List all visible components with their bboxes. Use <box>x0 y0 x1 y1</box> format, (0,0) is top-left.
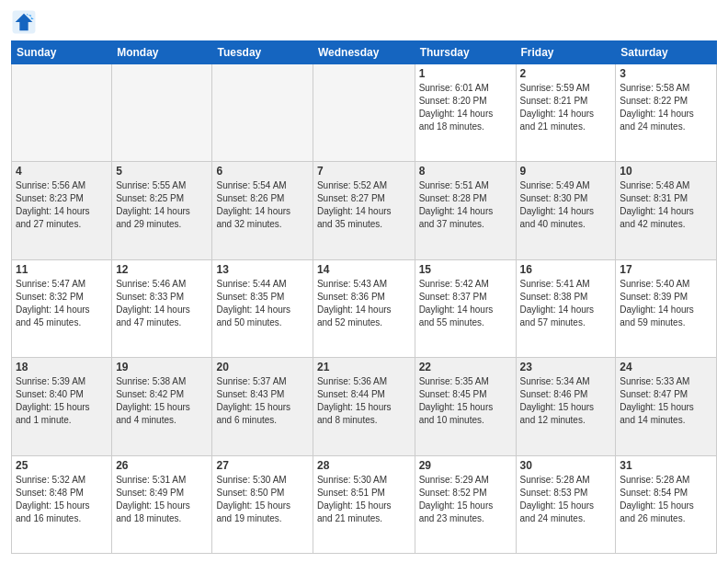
day-number: 1 <box>419 67 512 80</box>
day-number: 2 <box>520 67 612 80</box>
day-info: Sunrise: 5:32 AMSunset: 8:48 PMDaylight:… <box>16 474 108 525</box>
day-info: Sunrise: 5:36 AMSunset: 8:44 PMDaylight:… <box>317 375 411 427</box>
day-info: Sunrise: 5:58 AMSunset: 8:22 PMDaylight:… <box>620 82 712 133</box>
day-cell: 24Sunrise: 5:33 AMSunset: 8:47 PMDayligh… <box>616 358 717 455</box>
day-info: Sunrise: 5:46 AMSunset: 8:33 PMDaylight:… <box>116 278 208 329</box>
day-cell: 5Sunrise: 5:55 AMSunset: 8:25 PMDaylight… <box>112 162 212 259</box>
day-number: 8 <box>419 165 512 178</box>
day-info: Sunrise: 5:51 AMSunset: 8:28 PMDaylight:… <box>419 179 512 231</box>
day-number: 6 <box>216 165 308 178</box>
day-info: Sunrise: 5:42 AMSunset: 8:37 PMDaylight:… <box>419 278 512 329</box>
day-number: 21 <box>317 361 411 373</box>
day-cell: 17Sunrise: 5:40 AMSunset: 8:39 PMDayligh… <box>616 259 717 357</box>
day-info: Sunrise: 5:54 AMSunset: 8:26 PMDaylight:… <box>216 179 308 231</box>
day-number: 12 <box>116 263 208 276</box>
header-row: SundayMondayTuesdayWednesdayThursdayFrid… <box>12 41 717 64</box>
day-header-friday: Friday <box>516 41 616 64</box>
day-info: Sunrise: 5:28 AMSunset: 8:53 PMDaylight:… <box>520 474 612 525</box>
day-number: 3 <box>620 67 712 80</box>
day-number: 27 <box>216 459 308 472</box>
day-number: 28 <box>317 459 411 472</box>
day-cell: 12Sunrise: 5:46 AMSunset: 8:33 PMDayligh… <box>112 259 212 357</box>
day-number: 29 <box>419 459 512 472</box>
day-cell: 19Sunrise: 5:38 AMSunset: 8:42 PMDayligh… <box>112 358 212 455</box>
day-info: Sunrise: 5:41 AMSunset: 8:38 PMDaylight:… <box>520 278 612 329</box>
day-cell <box>313 64 415 162</box>
day-cell: 22Sunrise: 5:35 AMSunset: 8:45 PMDayligh… <box>415 358 516 455</box>
day-cell: 7Sunrise: 5:52 AMSunset: 8:27 PMDaylight… <box>313 162 415 259</box>
day-number: 20 <box>216 361 308 373</box>
day-number: 30 <box>520 459 612 472</box>
day-cell: 13Sunrise: 5:44 AMSunset: 8:35 PMDayligh… <box>212 259 313 357</box>
day-number: 19 <box>116 361 208 373</box>
day-header-thursday: Thursday <box>415 41 516 64</box>
day-cell: 28Sunrise: 5:30 AMSunset: 8:51 PMDayligh… <box>313 455 415 553</box>
day-cell: 3Sunrise: 5:58 AMSunset: 8:22 PMDaylight… <box>616 64 717 162</box>
day-info: Sunrise: 5:52 AMSunset: 8:27 PMDaylight:… <box>317 179 411 231</box>
day-cell: 4Sunrise: 5:56 AMSunset: 8:23 PMDaylight… <box>12 162 112 259</box>
day-cell: 31Sunrise: 5:28 AMSunset: 8:54 PMDayligh… <box>616 455 717 553</box>
day-cell: 2Sunrise: 5:59 AMSunset: 8:21 PMDaylight… <box>516 64 616 162</box>
day-cell: 1Sunrise: 6:01 AMSunset: 8:20 PMDaylight… <box>415 64 516 162</box>
day-number: 24 <box>620 361 712 373</box>
day-cell: 30Sunrise: 5:28 AMSunset: 8:53 PMDayligh… <box>516 455 616 553</box>
calendar-table: SundayMondayTuesdayWednesdayThursdayFrid… <box>11 40 717 554</box>
day-cell: 11Sunrise: 5:47 AMSunset: 8:32 PMDayligh… <box>12 259 112 357</box>
header <box>11 9 717 35</box>
day-cell <box>112 64 212 162</box>
day-cell <box>212 64 313 162</box>
day-number: 31 <box>620 459 712 472</box>
day-number: 23 <box>520 361 612 373</box>
day-info: Sunrise: 5:43 AMSunset: 8:36 PMDaylight:… <box>317 278 411 329</box>
week-row-2: 11Sunrise: 5:47 AMSunset: 8:32 PMDayligh… <box>12 259 717 357</box>
day-number: 5 <box>116 165 208 178</box>
day-cell: 14Sunrise: 5:43 AMSunset: 8:36 PMDayligh… <box>313 259 415 357</box>
day-cell: 8Sunrise: 5:51 AMSunset: 8:28 PMDaylight… <box>415 162 516 259</box>
day-number: 26 <box>116 459 208 472</box>
day-info: Sunrise: 5:49 AMSunset: 8:30 PMDaylight:… <box>520 179 612 231</box>
day-info: Sunrise: 5:44 AMSunset: 8:35 PMDaylight:… <box>216 278 308 329</box>
day-info: Sunrise: 5:30 AMSunset: 8:50 PMDaylight:… <box>216 474 308 525</box>
day-number: 25 <box>16 459 108 472</box>
day-number: 13 <box>216 263 308 276</box>
day-cell: 10Sunrise: 5:48 AMSunset: 8:31 PMDayligh… <box>616 162 717 259</box>
day-number: 7 <box>317 165 411 178</box>
day-number: 14 <box>317 263 411 276</box>
day-info: Sunrise: 6:01 AMSunset: 8:20 PMDaylight:… <box>419 82 512 133</box>
day-cell: 15Sunrise: 5:42 AMSunset: 8:37 PMDayligh… <box>415 259 516 357</box>
day-cell: 16Sunrise: 5:41 AMSunset: 8:38 PMDayligh… <box>516 259 616 357</box>
logo <box>11 9 40 35</box>
day-info: Sunrise: 5:33 AMSunset: 8:47 PMDaylight:… <box>620 375 712 427</box>
week-row-1: 4Sunrise: 5:56 AMSunset: 8:23 PMDaylight… <box>12 162 717 259</box>
day-number: 16 <box>520 263 612 276</box>
day-cell: 6Sunrise: 5:54 AMSunset: 8:26 PMDaylight… <box>212 162 313 259</box>
day-info: Sunrise: 5:37 AMSunset: 8:43 PMDaylight:… <box>216 375 308 427</box>
day-cell: 21Sunrise: 5:36 AMSunset: 8:44 PMDayligh… <box>313 358 415 455</box>
week-row-3: 18Sunrise: 5:39 AMSunset: 8:40 PMDayligh… <box>12 358 717 455</box>
day-cell: 26Sunrise: 5:31 AMSunset: 8:49 PMDayligh… <box>112 455 212 553</box>
day-cell: 18Sunrise: 5:39 AMSunset: 8:40 PMDayligh… <box>12 358 112 455</box>
day-number: 15 <box>419 263 512 276</box>
day-info: Sunrise: 5:38 AMSunset: 8:42 PMDaylight:… <box>116 375 208 427</box>
day-info: Sunrise: 5:35 AMSunset: 8:45 PMDaylight:… <box>419 375 512 427</box>
day-cell <box>12 64 112 162</box>
day-info: Sunrise: 5:39 AMSunset: 8:40 PMDaylight:… <box>16 375 108 427</box>
day-info: Sunrise: 5:55 AMSunset: 8:25 PMDaylight:… <box>116 179 208 231</box>
day-number: 9 <box>520 165 612 178</box>
day-info: Sunrise: 5:31 AMSunset: 8:49 PMDaylight:… <box>116 474 208 525</box>
day-header-monday: Monday <box>112 41 212 64</box>
day-info: Sunrise: 5:56 AMSunset: 8:23 PMDaylight:… <box>16 179 108 231</box>
day-header-wednesday: Wednesday <box>313 41 415 64</box>
day-number: 11 <box>16 263 108 276</box>
day-info: Sunrise: 5:30 AMSunset: 8:51 PMDaylight:… <box>317 474 411 525</box>
week-row-4: 25Sunrise: 5:32 AMSunset: 8:48 PMDayligh… <box>12 455 717 553</box>
day-number: 22 <box>419 361 512 373</box>
day-number: 18 <box>16 361 108 373</box>
logo-icon <box>11 9 37 35</box>
day-header-saturday: Saturday <box>616 41 717 64</box>
day-number: 10 <box>620 165 712 178</box>
page: SundayMondayTuesdayWednesdayThursdayFrid… <box>0 0 728 563</box>
day-cell: 9Sunrise: 5:49 AMSunset: 8:30 PMDaylight… <box>516 162 616 259</box>
day-header-tuesday: Tuesday <box>212 41 313 64</box>
day-cell: 25Sunrise: 5:32 AMSunset: 8:48 PMDayligh… <box>12 455 112 553</box>
